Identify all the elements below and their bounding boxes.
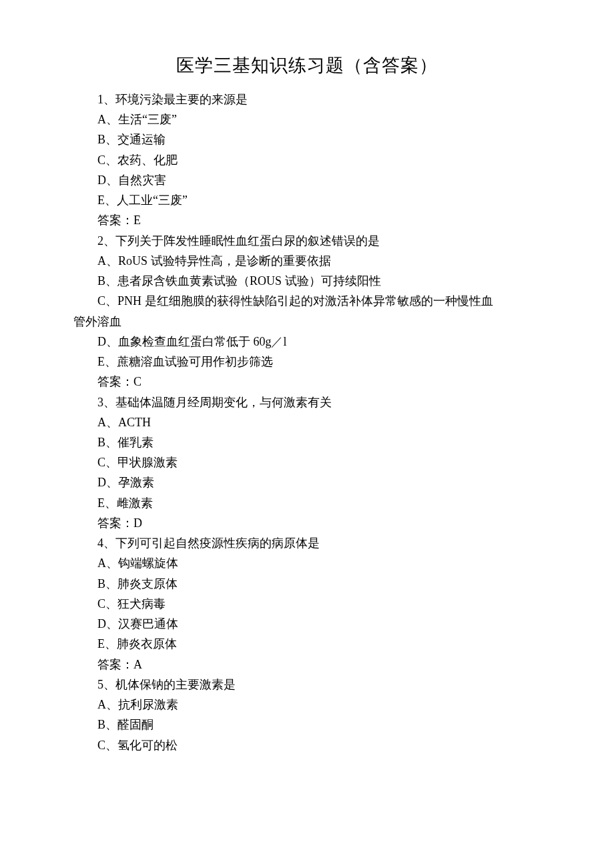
option: E、人工业“三废” xyxy=(73,190,541,210)
option: A、ACTH xyxy=(73,412,541,432)
answer: 答案：C xyxy=(73,372,541,392)
question-stem: 1、环境污染最主要的来源是 xyxy=(73,89,541,109)
option: A、钩端螺旋体 xyxy=(73,553,541,573)
answer: 答案：E xyxy=(73,210,541,230)
option: D、血象检查血红蛋白常低于 60g／l xyxy=(73,332,541,352)
option: A、生活“三废” xyxy=(73,109,541,129)
option-multiline: C、PNH 是红细胞膜的获得性缺陷引起的对激活补体异常敏感的一种慢性血 xyxy=(73,291,541,311)
question-stem: 5、机体保钠的主要激素是 xyxy=(73,675,541,695)
option: C、甲状腺激素 xyxy=(73,452,541,472)
answer: 答案：D xyxy=(73,513,541,533)
option: B、肺炎支原体 xyxy=(73,574,541,594)
option: C、狂犬病毒 xyxy=(73,594,541,614)
option: B、醛固酮 xyxy=(73,715,541,735)
option: B、催乳素 xyxy=(73,432,541,452)
page-title: 医学三基知识练习题（含答案） xyxy=(73,53,541,77)
option: E、肺炎衣原体 xyxy=(73,634,541,654)
answer: 答案：A xyxy=(73,655,541,675)
option: A、RoUS 试验特异性高，是诊断的重要依据 xyxy=(73,251,541,271)
option: C、氢化可的松 xyxy=(73,735,541,755)
option-continuation: 管外溶血 xyxy=(73,312,541,332)
question-stem: 2、下列关于阵发性睡眠性血红蛋白尿的叙述错误的是 xyxy=(73,231,541,251)
question-stem: 4、下列可引起自然疫源性疾病的病原体是 xyxy=(73,533,541,553)
question-stem: 3、基础体温随月经周期变化，与何激素有关 xyxy=(73,392,541,412)
option: D、孕激素 xyxy=(73,472,541,492)
option: B、患者尿含铁血黄素试验（ROUS 试验）可持续阳性 xyxy=(73,271,541,291)
option: D、汉赛巴通体 xyxy=(73,614,541,634)
option: E、雌激素 xyxy=(73,493,541,513)
content-body: 1、环境污染最主要的来源是 A、生活“三废” B、交通运输 C、农药、化肥 D、… xyxy=(73,89,541,755)
option: E、蔗糖溶血试验可用作初步筛选 xyxy=(73,352,541,372)
option: C、农药、化肥 xyxy=(73,150,541,170)
option: B、交通运输 xyxy=(73,129,541,149)
option: A、抗利尿激素 xyxy=(73,695,541,715)
option: D、自然灾害 xyxy=(73,170,541,190)
